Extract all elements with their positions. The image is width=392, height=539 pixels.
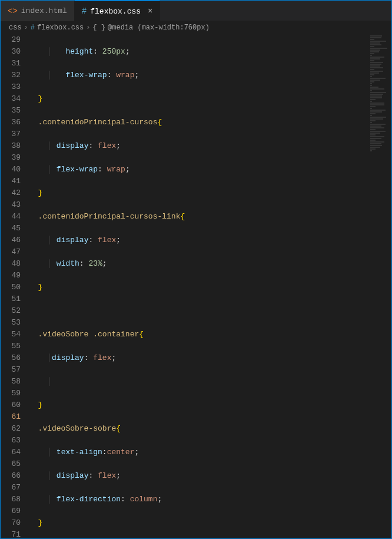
- code-line: }: [29, 399, 391, 411]
- code-line: .videoSobre .container{: [29, 329, 391, 340]
- code-line: │ height: 250px;: [29, 46, 391, 58]
- code-line: .videoSobre-sobre{: [29, 423, 391, 435]
- code-line: │ flex-wrap: wrap;: [29, 70, 391, 81]
- code-line: │display: flex;: [29, 352, 391, 364]
- code-line: .contenidoPrincipal-cursos{: [29, 117, 391, 128]
- code-line: [29, 305, 391, 317]
- code-line: .contenidoPrincipal-cursos-link{: [29, 211, 391, 223]
- code-line: │ display: flex;: [29, 470, 391, 482]
- tab-flexbox-css[interactable]: # flexbox.css ×: [75, 1, 161, 21]
- code-line: │ flex-direction: column;: [29, 494, 391, 505]
- breadcrumb-file[interactable]: flexbox.css: [37, 24, 84, 32]
- css-icon: #: [82, 6, 87, 16]
- braces-icon: { }: [92, 24, 105, 32]
- code-line: │ flex-wrap: wrap;: [29, 164, 391, 176]
- code-line: │ display: flex;: [29, 140, 391, 152]
- code-line: }: [29, 93, 391, 105]
- tab-label: index.html: [21, 6, 67, 15]
- code-line: }: [29, 282, 391, 293]
- chevron-right-icon: ›: [24, 24, 28, 32]
- breadcrumb: css › # flexbox.css › { } @media (max-wi…: [1, 21, 391, 34]
- code-editor[interactable]: 29 30 31 32 33 34 35 36 37 38 39 40 41 4…: [1, 34, 391, 538]
- close-icon[interactable]: ×: [148, 7, 152, 15]
- code-area[interactable]: │ height: 250px; │ flex-wrap: wrap; } .c…: [29, 34, 391, 538]
- code-line: │ width: 23%;: [29, 258, 391, 270]
- code-line: │ display: flex;: [29, 234, 391, 246]
- code-line: }: [29, 517, 391, 529]
- code-line: }: [29, 187, 391, 199]
- breadcrumb-symbol[interactable]: @media (max-width:760px): [108, 24, 210, 32]
- html-icon: <>: [8, 6, 18, 16]
- tab-index-html[interactable]: <> index.html: [1, 1, 75, 21]
- tab-bar: <> index.html # flexbox.css ×: [1, 1, 391, 21]
- tab-label: flexbox.css: [90, 7, 141, 16]
- css-icon: #: [31, 24, 35, 32]
- line-number-gutter: 29 30 31 32 33 34 35 36 37 38 39 40 41 4…: [1, 34, 29, 538]
- chevron-right-icon: ›: [86, 24, 90, 32]
- minimap[interactable]: [369, 34, 391, 211]
- breadcrumb-folder[interactable]: css: [9, 24, 22, 32]
- code-line: │ text-align:center;: [29, 447, 391, 458]
- code-line: │: [29, 376, 391, 388]
